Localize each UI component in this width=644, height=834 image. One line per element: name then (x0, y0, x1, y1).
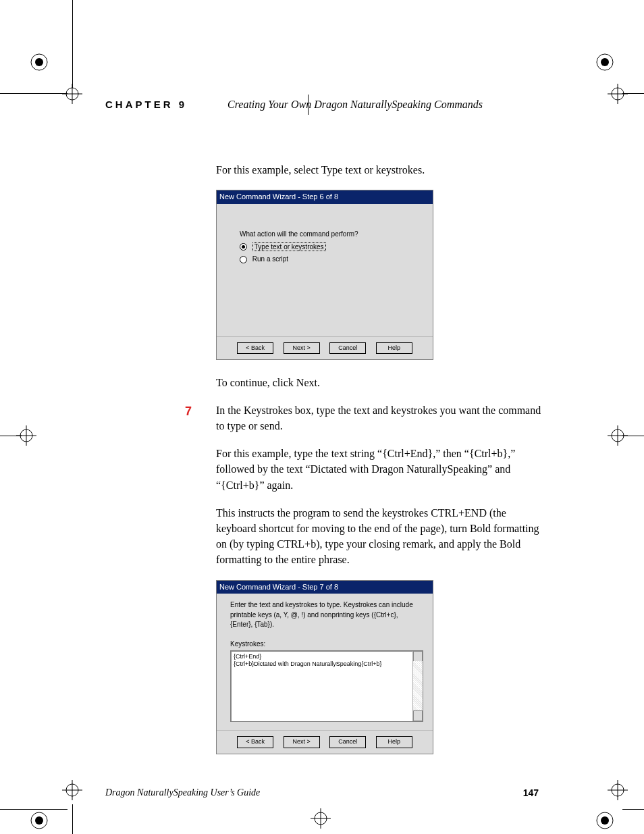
dialog-step6: New Command Wizard - Step 6 of 8 What ac… (216, 190, 433, 359)
header-divider (308, 95, 308, 115)
crop-mark-icon (608, 84, 628, 104)
crop-line (0, 436, 22, 436)
crop-line (0, 809, 68, 810)
radio-type-text[interactable]: Type text or keystrokes (240, 242, 421, 253)
crop-line (622, 809, 644, 810)
svg-point-3 (601, 58, 609, 66)
dialog-prompt: What action will the command perform? (240, 230, 421, 240)
paragraph-explanation: This instructs the program to send the k… (216, 505, 543, 568)
scroll-track[interactable] (413, 661, 423, 711)
registration-mark-icon (30, 811, 49, 830)
scrollbar[interactable] (412, 651, 423, 721)
crop-line (0, 93, 68, 94)
step-number: 7 (185, 402, 192, 420)
scroll-up-icon[interactable] (413, 651, 423, 662)
radio-label: Run a script (252, 255, 288, 263)
intro-text-2: To continue, click Next. (216, 375, 543, 390)
radio-icon (240, 256, 247, 263)
keystrokes-textarea[interactable]: {Ctrl+End} {Ctrl+b}Dictated with Dragon … (230, 650, 423, 722)
crop-mark-icon (62, 780, 82, 800)
svg-point-7 (601, 816, 609, 825)
keystrokes-label: Keystrokes: (230, 640, 419, 650)
registration-mark-icon (595, 53, 614, 72)
radio-icon (240, 243, 247, 251)
svg-point-1 (35, 58, 43, 66)
chapter-label: CHAPTER 9 (105, 99, 187, 110)
crop-line (622, 93, 644, 94)
radio-run-script[interactable]: Run a script (240, 255, 421, 265)
cancel-button[interactable]: Cancel (329, 736, 366, 748)
next-button[interactable]: Next > (284, 736, 320, 748)
help-button[interactable]: Help (376, 342, 412, 354)
crop-mark-icon (608, 780, 628, 800)
svg-point-5 (35, 816, 43, 825)
textarea-line: {Ctrl+b}Dictated with Dragon NaturallySp… (234, 660, 420, 667)
radio-label: Type text or keystrokes (252, 242, 326, 251)
crop-line (72, 0, 73, 88)
dialog-step7: New Command Wizard - Step 7 of 8 Enter t… (216, 580, 433, 754)
textarea-line: {Ctrl+End} (234, 653, 420, 660)
registration-mark-icon (30, 53, 49, 72)
crop-mark-icon (311, 808, 331, 829)
crop-line (622, 436, 644, 436)
crop-line (72, 804, 73, 834)
help-button[interactable]: Help (376, 736, 412, 748)
dialog-instructions: Enter the text and keystrokes to type. K… (230, 600, 419, 630)
page-number: 147 (523, 787, 539, 798)
back-button[interactable]: < Back (237, 736, 273, 748)
dialog-title: New Command Wizard - Step 6 of 8 (217, 190, 433, 204)
back-button[interactable]: < Back (237, 342, 273, 354)
page-header: CHAPTER 9 Creating Your Own Dragon Natur… (105, 99, 539, 111)
scroll-down-icon[interactable] (413, 710, 423, 721)
chapter-title: Creating Your Own Dragon NaturallySpeaki… (227, 99, 483, 110)
paragraph-example: For this example, type the text string “… (216, 446, 543, 493)
dialog-title: New Command Wizard - Step 7 of 8 (217, 581, 433, 594)
registration-mark-icon (595, 811, 614, 830)
page-footer: Dragon NaturallySpeaking User’s Guide 14… (105, 787, 539, 798)
cancel-button[interactable]: Cancel (329, 342, 366, 354)
step-text: In the Keystrokes box, type the text and… (216, 402, 543, 434)
footer-title: Dragon NaturallySpeaking User’s Guide (105, 787, 260, 798)
intro-text-1: For this example, select Type text or ke… (216, 162, 543, 178)
next-button[interactable]: Next > (284, 342, 320, 354)
